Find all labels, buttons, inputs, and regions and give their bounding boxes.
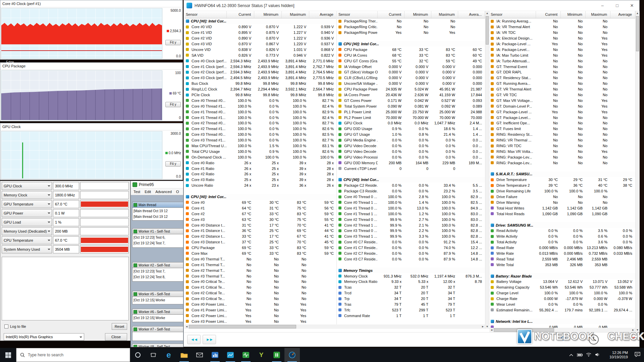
sensor-row[interactable]: Core #3 Thermal T...NoNoNo bbox=[184, 273, 336, 279]
section-row[interactable]: CPU [#0]: Intel Cor... bbox=[337, 177, 485, 183]
column-header[interactable]: Current bbox=[378, 11, 405, 18]
sensor-row[interactable]: GT: VR Thermal AlertNoNoNo bbox=[489, 86, 635, 92]
sensor-row[interactable]: Core #3 C7 Reside...0.0 %0.0 %87.9 %14.8… bbox=[337, 256, 485, 262]
sensor-row[interactable]: IA: VR Thermal AlertNoNoNo bbox=[489, 24, 635, 30]
sensor-row[interactable]: 0 MB0 MB0 MB bbox=[489, 324, 635, 328]
column-header[interactable]: Avera... bbox=[458, 11, 485, 18]
sensor-row[interactable]: GPU D3D Usage0.9 %0.0 %18.6 %1.4 ... bbox=[337, 126, 485, 132]
column-header[interactable]: Minimum bbox=[561, 11, 586, 18]
sensor-row[interactable]: Core #3 Ratio25 x25 x39 x28 x bbox=[184, 177, 336, 183]
sensor-row[interactable]: Uncore/SA Voltage ...0.000 V0.000 V0.000… bbox=[337, 81, 485, 86]
sensor-row[interactable]: CLR (CBo/LLC/Ring...0.000 V0.000 V0.000 … bbox=[337, 75, 485, 81]
sensor-row[interactable]: Core #1 Thermal T...NoNoNo bbox=[184, 262, 336, 267]
prime95-worker-window[interactable]: Worker #8 - Self-Test bbox=[132, 344, 183, 347]
sensor-row[interactable]: Core #0 Distance t...31 °C17 °C70 °C41 °… bbox=[184, 222, 336, 228]
sensor-row[interactable]: Remaining Capacity53.546 Wh53.546 Wh53.7… bbox=[489, 285, 635, 290]
sensor-row[interactable]: Command Rate1 T1 T1 T bbox=[337, 313, 485, 318]
section-row[interactable]: Network: Intel Ice L... bbox=[489, 318, 635, 324]
graph-window-core0-clock[interactable]: Core #0 Clock (perf #1) 5000.0 2,594.3 F… bbox=[0, 0, 183, 60]
sensor-row[interactable]: Battery Voltage13.064 V12.612 V13.071 V1… bbox=[489, 279, 635, 285]
sensor-row[interactable]: Drive WarningNoNoNo bbox=[489, 200, 635, 205]
sensor-row[interactable]: Core #2 Thread #1...100.0 %0.0 %100.0 %8… bbox=[184, 126, 336, 132]
column-header[interactable]: Maximum bbox=[586, 11, 610, 18]
column-header[interactable]: Minimum bbox=[405, 11, 431, 18]
sensor-row[interactable]: RING: Residency St...NoNoNo bbox=[489, 132, 635, 137]
sensor-row[interactable]: Core #1 Thread #0...100.0 %0.0 %100.0 %8… bbox=[184, 109, 336, 115]
sensor-row[interactable]: Core #1 Ratio26 x25 x39 x28 x bbox=[184, 166, 336, 171]
sensor-row[interactable]: Core #1 Thread 0 ...100.0 %13.0 %100.0 %… bbox=[337, 205, 485, 211]
hwinfo-titlebar[interactable]: HWiNFO64 v6.12-3930 Sensor Status [7 val… bbox=[184, 0, 639, 11]
column-header[interactable]: Maximum bbox=[282, 11, 309, 18]
sensor-row[interactable]: PCIe Clock99.8 MHz99.8 MHz99.8 MHz99.8 M… bbox=[184, 92, 336, 98]
sensor-select[interactable]: GPU Load bbox=[2, 218, 52, 226]
tray-wifi-icon[interactable] bbox=[584, 352, 593, 358]
prime95-worker-window[interactable]: Worker #7 - Self-Test bbox=[132, 326, 183, 341]
sensor-select[interactable]: GPU Clock bbox=[2, 182, 52, 190]
section-row[interactable]: Battery: Razer Blade bbox=[489, 273, 635, 279]
sensor-row[interactable]: Estimated Remainin...55,392.4 ...179.7 m… bbox=[489, 307, 635, 313]
taskbar-clock[interactable]: 12:26 PM 10/19/2019 bbox=[602, 351, 631, 359]
sensor-row[interactable]: Core #2 C7 Reside...0.0 %0.0 %87.9 %14.8… bbox=[337, 251, 485, 256]
menu-advanced[interactable]: Advanced bbox=[155, 190, 172, 194]
sensor-select[interactable]: Memory Used (Dedicated) bbox=[2, 227, 52, 235]
section-row[interactable]: Drive: SAMSUNG M... bbox=[489, 222, 635, 228]
menu-test[interactable]: Test bbox=[133, 190, 140, 194]
sensor-row[interactable]: Core #164 °C31 °C75 °C56 °C bbox=[184, 205, 336, 211]
graph-window-cpu-package[interactable]: CPU Package 100 69 °C Fit y 0 bbox=[0, 62, 183, 121]
taskbar-icon-sensors[interactable] bbox=[238, 348, 254, 362]
sensor-row[interactable]: RING: VR Thermal ...NoNoNo bbox=[489, 137, 635, 143]
sensor-row[interactable]: Current cTDP Level000 bbox=[337, 166, 485, 171]
sensor-row[interactable]: Core #0 Power Limi...YesNoYes bbox=[184, 302, 336, 307]
prime95-window[interactable]: Prime95 Test Edit Advanced O Main thread… bbox=[130, 181, 183, 347]
sensor-row[interactable]: GT: DDR RAPLNoNoNo bbox=[489, 69, 635, 75]
maximize-button[interactable]: □ bbox=[610, 0, 625, 11]
column-header[interactable]: Sensor bbox=[337, 11, 378, 18]
sensor-row[interactable]: Core #1 VID0.895 V0.875 V1.227 V0.940 V bbox=[184, 30, 336, 36]
section-row[interactable]: CPU [#0]: Intel Cor... bbox=[337, 41, 485, 47]
sensor-select[interactable]: CPU Temperature bbox=[2, 236, 52, 244]
sensor-row[interactable]: Core #3 Critical Te...NoNoNo bbox=[184, 296, 336, 302]
sensor-row[interactable]: Core #3 Thread #1...100.0 %0.0 %100.0 %8… bbox=[184, 137, 336, 143]
minimize-button[interactable]: – bbox=[595, 0, 610, 11]
sensor-row[interactable]: Charge Rate0.000 W-17.879 W0.000 W-0.378… bbox=[489, 296, 635, 302]
sensor-row[interactable]: Core #3 Thread #0...100.0 %0.0 %100.0 %8… bbox=[184, 132, 336, 137]
sensor-row[interactable]: Core #1 C7 Reside...0.0 %0.0 %74.0 %12.2… bbox=[337, 245, 485, 251]
log-to-file-checkbox[interactable]: Log to file bbox=[4, 324, 26, 328]
sensor-row[interactable]: GT: Package-Level...NoNoNo bbox=[489, 115, 635, 120]
sensor-row[interactable]: PL1 Power Limit25.000 W23.750 W25.000 W2… bbox=[337, 109, 485, 115]
sensor-row[interactable]: Core #3 VID0.870 V0.867 V1.220 V0.937 V bbox=[184, 41, 336, 47]
section-row[interactable]: S.M.A.R.T.: SAMSU... bbox=[489, 171, 635, 177]
sensor-select[interactable]: GPU Temperature bbox=[2, 200, 52, 208]
sensor-row[interactable]: Core #0 Thread #0...100.0 %0.0 %100.0 %8… bbox=[184, 98, 336, 103]
fit-y-button[interactable]: Fit y bbox=[165, 40, 181, 45]
sensor-row[interactable]: Core #0 Thermal T...NoNoNo bbox=[184, 256, 336, 262]
sensor-row[interactable]: Core #1 Thread #1...100.0 %0.0 %100.0 %8… bbox=[184, 115, 336, 120]
sensor-row[interactable]: Total Host Writes1,142 GB1,142 GB1,142 G… bbox=[489, 205, 635, 211]
sensor-row[interactable]: GT: Thermal EventNoNoNo bbox=[489, 64, 635, 69]
sensor-row[interactable]: Core #1 Thread 1 ...100.0 %1.2 %100.0 %8… bbox=[337, 211, 485, 217]
cortana-button[interactable] bbox=[130, 348, 146, 362]
sensor-row[interactable]: Total CPU Usage100.0 %0.9 %100.0 %82.6 % bbox=[184, 148, 336, 154]
sensor-row[interactable]: GT: Max VR Voltage...NoNoYes bbox=[489, 98, 635, 103]
fit-y-button[interactable]: Fit y bbox=[165, 102, 181, 107]
sensor-row[interactable]: Wear Level0.0 %0.0 %0.0 % bbox=[489, 302, 635, 307]
device-select[interactable]: Intel(R) Iris(R) Plus Graphics bbox=[4, 333, 84, 341]
sensor-row[interactable]: Core #2 Thermal T...NoNoNo bbox=[184, 267, 336, 273]
taskbar-icon-y-app[interactable]: Y bbox=[254, 348, 269, 362]
taskbar-icon-prime95[interactable] bbox=[269, 348, 284, 362]
prime95-worker-window[interactable]: Worker #6 - Self-Test[Oct 19 12:15] Work… bbox=[132, 309, 183, 322]
sensor-row[interactable]: RING: Package-Lev...NoNoNo bbox=[489, 154, 635, 160]
sensor-row[interactable]: Core #0 C7 Reside...0.0 %0.0 %91.2 %15.4… bbox=[337, 239, 485, 245]
sensor-row[interactable]: RING: Package-Lev...NoNoNo bbox=[489, 160, 635, 166]
sensor-row[interactable]: Core #3 Power Limi...YesNoYes bbox=[184, 318, 336, 324]
sensor-row[interactable]: GPU Video Decode ...0.0 %0.0 %0.0 %0.0 .… bbox=[337, 143, 485, 149]
scroll-up-icon[interactable]: ▲ bbox=[485, 11, 489, 15]
sensor-row[interactable]: Drive Temperature 239 °C36 °C40 °C38 °C bbox=[489, 183, 635, 188]
sensor-row[interactable]: Tras79 T45 T79 T bbox=[337, 302, 485, 307]
sensor-row[interactable]: Uncore Ratio24 x23 x36 x26 x bbox=[184, 183, 336, 188]
sensor-row[interactable]: Read Total2,559 MB2,496 MB2,559 MB bbox=[489, 256, 635, 262]
taskbar-icon-mail[interactable] bbox=[192, 348, 207, 362]
section-row[interactable]: CPU [#0]: Intel Cor... bbox=[184, 194, 336, 200]
sensor-row[interactable]: RING: Max VR Volta...NoNoYes bbox=[489, 148, 635, 154]
taskbar-icon-file-explorer[interactable] bbox=[176, 348, 192, 362]
